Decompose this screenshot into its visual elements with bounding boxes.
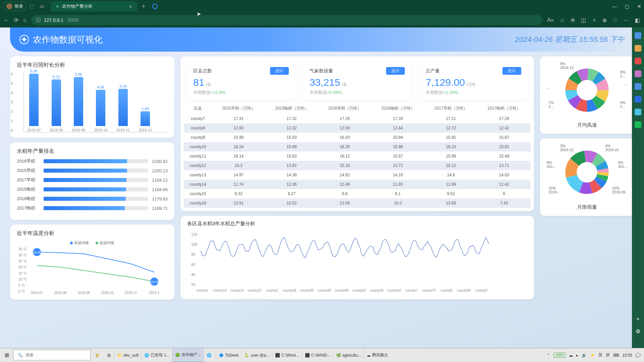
svg-text:county3: county3 — [266, 289, 278, 292]
performance-icon[interactable]: ♡ — [613, 17, 618, 23]
svg-text:2018-08: 2018-08 — [54, 291, 67, 295]
sidebar-m365-icon[interactable] — [635, 83, 641, 90]
table-row: county1215.313.8215.1913.7215.1213.71 — [184, 161, 531, 170]
svg-text:county14: county14 — [213, 289, 227, 292]
collections-icon[interactable]: ✧ — [592, 17, 596, 23]
split-screen-icon[interactable]: ◫ — [581, 17, 586, 23]
taskbar-app[interactable]: 🔷ToDesk — [216, 348, 241, 362]
sun-y-axis: 6543210 — [11, 72, 13, 132]
page-title: ✦ 农作物数据可视化 — [19, 34, 103, 46]
ime-lang[interactable]: 英 — [598, 352, 602, 358]
taskbar-app[interactable]: ⬛C:\Wind... — [272, 348, 302, 362]
battery-indicator[interactable]: 100% — [553, 353, 566, 358]
task-view-icon[interactable]: ⊟ — [104, 353, 114, 358]
svg-text:county58: county58 — [370, 289, 384, 292]
home-button[interactable]: ⌂ — [23, 17, 26, 23]
favorite-icon[interactable]: ☆ — [560, 17, 565, 23]
sun-duration-card: 近半年日照时长分析 6543210 5.85 2018-07 5.23 2018… — [10, 56, 174, 138]
active-tab[interactable]: ✦ 农作物产量分析 ✕ — [51, 1, 137, 11]
sidebar-games-icon[interactable] — [635, 70, 641, 77]
downloads-icon[interactable]: ⊕ — [602, 17, 607, 23]
svg-text:2018-10: 2018-10 — [101, 291, 114, 295]
taskbar-app[interactable]: ☁腾讯微云 — [364, 348, 391, 362]
network-icon[interactable]: ⚡ — [590, 353, 595, 358]
refresh-button[interactable]: ⟳ — [14, 17, 18, 23]
taskbar-app[interactable]: 📁dev_soft — [114, 348, 141, 362]
extensions-icon[interactable]: ✲ — [571, 17, 575, 23]
sidebar-outlook-icon[interactable] — [635, 96, 641, 103]
taskbar-app[interactable]: 🌐 — [204, 348, 216, 362]
bar-2018-09: 5.46 2018-09 — [72, 72, 85, 132]
svg-text:120: 120 — [191, 232, 197, 236]
table-row: county1116.1415.6316.1215.5715.9915.49 — [184, 152, 531, 161]
url-input[interactable]: ⓘ 127.0.0.1:5000 — [31, 15, 543, 25]
taskbar-app[interactable]: 🐍user @a... — [241, 348, 272, 362]
sidebar-add-icon[interactable]: + — [636, 316, 639, 322]
taskbar-app[interactable]: 🌿agricultu... — [333, 348, 364, 362]
profile-button[interactable]: 登录 — [3, 2, 27, 11]
stat-card: 区县总数总计 81/座 本期数据+12.6% — [186, 62, 296, 100]
taskbar-weather-icon[interactable]: 🌾 — [91, 353, 104, 358]
rank-rows: 2016早稻 1200.42 2015早稻 1200.13 2017早稻 119… — [17, 158, 168, 211]
svg-text:2018-11: 2018-11 — [125, 291, 137, 295]
rain-donut: 3%2018-12 4%2018-01 6%201... 6%201... 15… — [547, 144, 627, 201]
url-port: :5000 — [67, 17, 78, 23]
site-info-icon[interactable]: ⓘ — [36, 17, 41, 23]
copilot-icon[interactable]: ◧ — [635, 17, 640, 23]
workspaces-icon[interactable]: ⬚ — [30, 3, 34, 9]
back-button[interactable]: ← — [4, 17, 9, 23]
sidebar-spotify-icon[interactable] — [635, 121, 641, 128]
notifications-icon[interactable]: 💬 — [636, 353, 641, 358]
yield-table: 区县2015早稻（万吨）2015晚稻（万吨）2016早稻（万吨）2016晚稻（万… — [184, 103, 531, 208]
volume-icon[interactable]: 🔊 — [582, 353, 587, 358]
todesk-tray-icon[interactable]: ▸ — [576, 353, 578, 358]
rank-row: 2015晚稻 1184.68 — [17, 186, 168, 192]
taskbar-search[interactable]: 🔍 搜索 — [13, 350, 91, 360]
sidebar-settings-icon[interactable]: ⚙ — [636, 328, 640, 335]
svg-text:county39: county39 — [300, 289, 314, 292]
taskbar-app[interactable]: 🟢农作物产... — [172, 348, 204, 362]
page-content: ✦ 农作物数据可视化 2024-04-26 星期五 15:55:56 下午 近半… — [0, 27, 644, 348]
sidebar-tools-icon[interactable] — [635, 58, 641, 64]
svg-text:5 °C: 5 °C — [18, 284, 25, 287]
ime-keyboard-icon[interactable]: ⌨ — [613, 353, 619, 358]
maximize-button[interactable]: ▢ — [625, 4, 629, 9]
svg-text:100: 100 — [191, 242, 197, 246]
taskbar-app[interactable]: ⬛C:\WIND... — [302, 348, 333, 362]
new-tab-button[interactable]: + — [142, 3, 146, 10]
rank-row: 2016早稻 1200.42 — [17, 158, 168, 164]
ime-mode[interactable]: 拼 — [606, 352, 610, 358]
svg-text:county23: county23 — [248, 289, 262, 292]
close-tab-icon[interactable]: ✕ — [129, 4, 132, 9]
dashboard-header: ✦ 农作物数据可视化 2024-04-26 星期五 15:55:56 下午 — [10, 27, 634, 52]
taskbar-app[interactable]: 🌐已发现 1... — [141, 348, 172, 362]
svg-text:40: 40 — [191, 273, 195, 277]
svg-text:county7: county7 — [406, 289, 417, 292]
table-row: county717.3117.3217.2917.3317.2117.29 — [184, 114, 531, 123]
wind-card: 9%2018-12 8%2... 9%2... 7%2... ... ... 月… — [540, 56, 634, 134]
mouse-cursor: ➤ — [197, 11, 201, 17]
close-window-button[interactable]: ✕ — [637, 4, 641, 9]
minimize-button[interactable]: — — [612, 4, 617, 9]
sidebar-shopping-icon[interactable] — [635, 45, 641, 52]
svg-text:county63: county63 — [387, 289, 401, 292]
onedrive-icon[interactable]: ☁ — [569, 353, 573, 358]
temp-title: 近半年温度分析 — [17, 230, 168, 237]
more-menu-icon[interactable]: ⋯ — [624, 17, 629, 23]
temp-line-chart: 35 °C30 °C25 °C20 °C15 °C10 °C5 °C0 °C 3… — [17, 245, 168, 296]
avatar — [6, 3, 12, 9]
sidebar-search-icon[interactable] — [635, 32, 641, 39]
sidebar-telegram-icon[interactable] — [635, 109, 641, 115]
tray-chevron-icon[interactable]: ⌃ — [547, 353, 550, 358]
table-row: county1412.7412.3612.4811.9311.9911.42 — [184, 180, 531, 189]
table-row: county1314.9714.3914.9214.1614.814.03 — [184, 170, 531, 180]
tab-actions-icon[interactable]: ▭ — [40, 3, 44, 9]
table-row: county159.326.279.66.19.526 — [184, 189, 531, 198]
stat-badge: 总计 — [386, 67, 405, 75]
address-bar: ← ⟳ ⌂ ⓘ 127.0.0.1:5000 A» ☆ ✲ ◫ ✧ ⊕ ♡ ⋯ … — [0, 13, 644, 27]
svg-text:county1: county1 — [196, 289, 208, 292]
read-aloud-icon[interactable]: A» — [547, 17, 554, 23]
profile-label: 登录 — [14, 3, 23, 9]
start-button[interactable]: ⊞ — [0, 352, 13, 358]
taskbar-clock[interactable]: 15:55 — [622, 353, 632, 358]
